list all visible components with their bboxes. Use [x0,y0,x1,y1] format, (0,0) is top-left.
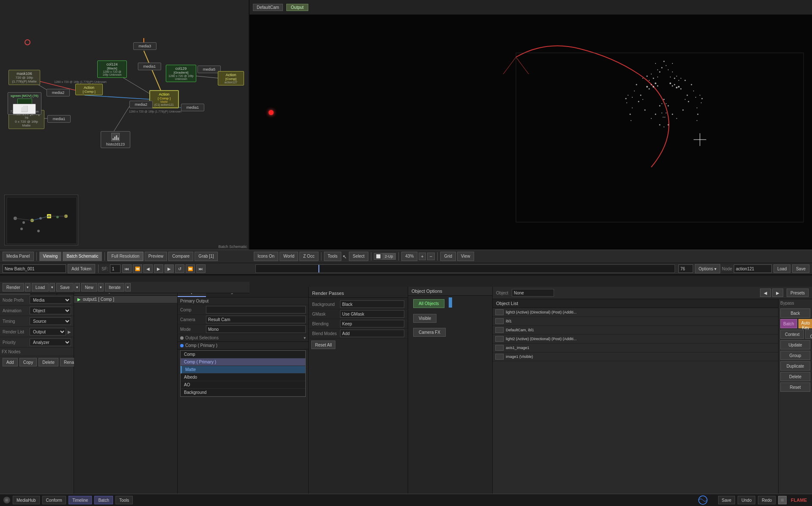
node-media3[interactable]: media3 [133,42,156,50]
play-loop-btn[interactable]: ↺ [175,264,184,273]
select-btn[interactable]: Select [349,252,368,261]
dropdown-background[interactable]: Background [181,389,305,396]
duplicate-btn[interactable]: Duplicate [780,361,810,371]
all-objects-btn[interactable]: All Objects [413,299,444,308]
batch-name-input[interactable] [3,264,66,273]
save-dropdown[interactable]: ▾ [74,283,80,292]
blend-modes-input[interactable] [340,330,404,337]
node-media2-2[interactable]: media2 [129,101,153,108]
reset-btn[interactable]: Reset [780,382,810,392]
step-fwd-btn[interactable]: ⏭ [196,264,206,273]
add-token-btn[interactable]: Add Token [68,264,95,273]
obj-light3[interactable]: light3 (Active) (Directional) (Post) (Ad… [493,308,778,317]
iterate-btn[interactable]: Iterate [105,283,124,292]
batch-status-btn[interactable]: Batch [94,496,113,504]
node-action114[interactable]: Action [ Comp ] [75,84,103,95]
node-col124[interactable]: col124 [Black] 1280 x 720 @ 16fp Unknown [97,60,127,78]
node-media1-3[interactable]: media1 [181,104,204,111]
step-back-btn[interactable]: ⏪ [133,264,142,273]
node-white-icon[interactable]: ⬜ [13,104,36,114]
node-action-comp-main[interactable]: Action [ Comp ] Matte (C1) action121 [149,90,179,108]
render-btn[interactable]: Render [3,283,24,292]
right-delete-btn[interactable]: Delete [780,372,810,381]
dropdown-ao[interactable]: AO [181,381,305,389]
icons-on-btn[interactable]: Icons On [254,252,278,261]
node-media1-1[interactable]: media1 [47,115,71,123]
options-btn[interactable]: Options ▾ [695,264,720,273]
prev-obj-btn[interactable]: ◀ [760,289,771,297]
cursor-icon[interactable]: ↖ [343,254,348,259]
frame-input[interactable] [678,264,693,273]
dropdown-matte[interactable]: Matte [181,366,305,374]
add-btn[interactable]: Add [3,358,18,366]
obj-axis1[interactable]: axis1_image1 [493,344,778,352]
reset-all-btn[interactable]: Reset All [311,341,335,349]
priority-select[interactable]: Analyzer [30,338,71,346]
gmask-input[interactable] [340,310,404,318]
back-btn[interactable]: Back [780,308,810,318]
camera-input[interactable] [206,316,306,323]
preview-btn[interactable]: Preview [145,252,167,261]
obj-ibl1[interactable]: ibl1 [493,317,778,326]
context-btn[interactable]: Context [780,330,804,339]
render-list-select[interactable]: Output [30,328,66,336]
dropdown-comp[interactable]: Comp [181,351,305,358]
network-icon[interactable]: ⊞ [778,496,787,504]
tools-btn[interactable]: Tools [324,252,341,261]
undo-btn[interactable]: Undo [738,496,755,504]
node-action127[interactable]: Action [Comp] action127 [218,71,244,85]
node-media5[interactable]: media5 [198,66,221,73]
render-layer-item-0[interactable]: ▶ output1 [ Comp ] [74,296,177,303]
node-media1-2[interactable]: media1 [138,63,161,70]
batch-action-btn[interactable]: Batch [780,319,797,328]
camera-dropdown[interactable]: DefaultCam [253,4,283,11]
obj-defaultcam[interactable]: DefaultCam, ibl1 [493,326,778,335]
conform-btn[interactable]: Conform [42,496,66,504]
tools-status-btn[interactable]: Tools [115,496,133,504]
mediahub-btn[interactable]: MediaHub [13,496,40,504]
dropdown-comp-primary[interactable]: Comp ( Primary ) [181,358,305,366]
2up-btn[interactable]: 2-Up [382,253,396,259]
world-btn[interactable]: World [280,252,298,261]
load-dropdown[interactable]: ▾ [49,283,55,292]
minimap[interactable] [4,195,78,245]
viewport-3d[interactable]: Live Preview Video Active Exposure: 0.00… [250,15,812,250]
node-prefs-select[interactable]: Media [30,296,71,304]
dropdown-albedo[interactable]: Albedo [181,374,305,381]
save-btn[interactable]: Save [56,283,74,292]
next-obj-btn[interactable]: ▶ [772,289,783,297]
save-status-btn[interactable]: Save [718,496,735,504]
object-input[interactable] [512,289,554,297]
zoom-out-btn[interactable]: − [427,253,435,260]
auto-key-btn[interactable]: Auto Key [798,319,812,328]
node-save-btn[interactable]: Save [792,264,809,273]
blending-input[interactable] [340,320,404,327]
node-media2[interactable]: media2 [47,89,70,96]
single-view-btn[interactable]: ⬜ [374,253,382,259]
animation-select[interactable]: Object [30,307,71,314]
render-list-expand[interactable]: ▶ [68,330,71,334]
zoom-in-btn[interactable]: + [419,253,425,260]
zoom-btn[interactable]: 43% [401,252,417,261]
sf-input[interactable] [110,264,121,273]
redo-btn[interactable]: Redo [758,496,776,504]
comp-input[interactable] [206,306,306,314]
play-btn[interactable]: ▶ [165,264,174,273]
node-editor[interactable]: mask106 720 @ 16fp (1.778)(P) Matte medi… [0,0,250,250]
node-load-btn[interactable]: Load [774,264,790,273]
view-btn[interactable]: View [457,252,474,261]
next-frame-btn[interactable]: ▶ [154,264,163,273]
batch-schematic-btn[interactable]: Batch Schematic [63,252,102,261]
timeline-bar[interactable] [255,264,675,273]
dropdown-arrow[interactable]: ▾ [304,336,306,340]
grid-btn[interactable]: Grid [440,252,456,261]
render-dropdown[interactable]: ▾ [25,283,30,292]
new-dropdown[interactable]: ▾ [98,283,104,292]
media-panel-btn[interactable]: Media Panel [3,252,34,261]
node-mask106[interactable]: mask106 720 @ 16fp (1.778)(P) Matte [8,70,40,85]
load-btn[interactable]: Load [32,283,49,292]
timeline-btn[interactable]: Timeline [69,496,92,504]
node-col129[interactable]: col129 [Gradient] 1280 x 720 @ 16fp Unkn… [166,65,196,82]
full-resolution-btn[interactable]: Full Resolution [107,252,143,261]
obj-light2[interactable]: light2 (Active) (Directional) (Post) (Ad… [493,335,778,344]
